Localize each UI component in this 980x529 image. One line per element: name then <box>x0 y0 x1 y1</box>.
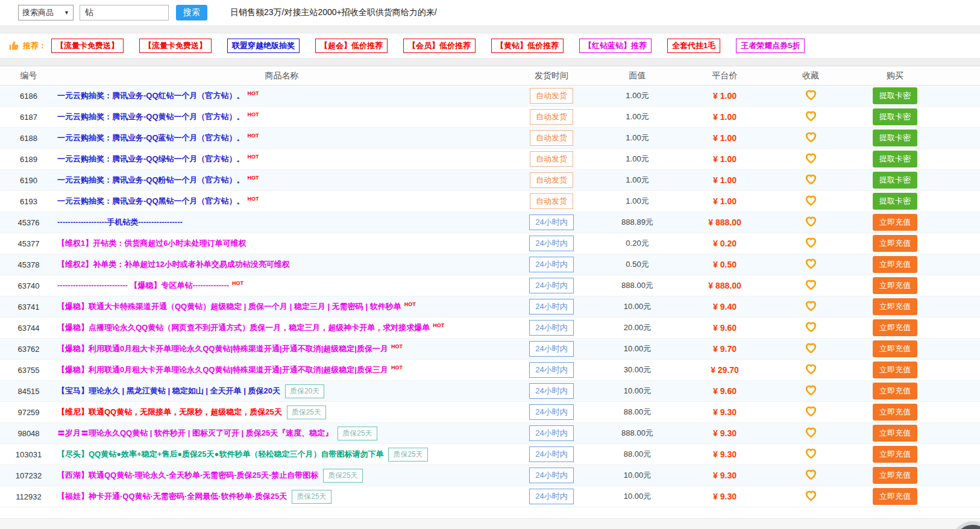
buy-button[interactable]: 立即充值 <box>873 214 917 231</box>
buy-button[interactable]: 提取卡密 <box>873 108 917 125</box>
promo-link[interactable]: 【流量卡免费送】 <box>51 39 124 53</box>
favorite-heart-icon[interactable] <box>805 364 817 374</box>
platform-price: ¥ 888.00 <box>678 275 771 296</box>
product-name-link[interactable]: -------------------手机钻类----------------- <box>57 218 183 227</box>
search-category-select[interactable]: 搜索商品 ▼ <box>18 5 74 20</box>
row-spacer <box>940 423 980 444</box>
promo-link[interactable]: 王者荣耀点券5折 <box>736 39 805 53</box>
buy-button[interactable]: 提取卡密 <box>873 130 917 146</box>
favorite-heart-icon[interactable] <box>805 406 817 416</box>
promo-link[interactable]: 【红钻蓝钻】推荐 <box>579 39 652 53</box>
promo-link[interactable]: 【流量卡免费送】 <box>139 39 212 53</box>
favorite-heart-icon[interactable] <box>805 90 817 100</box>
hot-badge: HOT <box>248 133 259 139</box>
favorite-heart-icon[interactable] <box>805 469 817 480</box>
product-name-link[interactable]: 一元云购抽奖：腾讯业务-QQ绿钻一个月（官方钻）。 <box>57 154 245 163</box>
platform-price: ¥ 1.00 <box>678 86 771 107</box>
ship-time-badge: 24小时内 <box>529 278 573 293</box>
favorite-heart-icon[interactable] <box>805 111 817 121</box>
buy-button[interactable]: 立即充值 <box>873 319 917 336</box>
buy-button[interactable]: 立即充值 <box>873 467 917 484</box>
product-name-cell: 【维权2】补单类：补单超过12小时或者补单交易成功钻没亮可维权 <box>57 254 506 275</box>
product-name-link[interactable]: 【维尼】联通QQ黄钻，无限接单，无限秒，超级稳定，质保25天 <box>57 407 282 416</box>
product-name-cell: 一元云购抽奖：腾讯业务-QQ绿钻一个月（官方钻）。HOT <box>57 149 506 170</box>
favorite-heart-icon[interactable] <box>805 195 817 205</box>
product-name-link[interactable]: 【尽头】QQ黄钻●效率+稳定+售后●质保25天●软件秒单（轻松稳定三个月）自带图… <box>57 449 383 459</box>
favorite-heart-icon[interactable] <box>805 216 817 227</box>
search-button[interactable]: 搜索 <box>176 5 207 20</box>
ship-time-badge: 自动发货 <box>530 172 573 188</box>
ship-time-badge: 24小时内 <box>529 489 573 504</box>
buy-button[interactable]: 提取卡密 <box>873 151 917 167</box>
row-spacer <box>940 170 980 191</box>
buy-button[interactable]: 立即充值 <box>873 340 917 357</box>
face-value: 1.00元 <box>597 107 678 128</box>
favorite-heart-icon[interactable] <box>805 237 817 248</box>
product-name-link[interactable]: 〓岁月〓理论永久QQ黄钻 | 软件秒开 | 图标灭了可开 | 质保25天『速度、… <box>57 428 333 437</box>
product-name-cell: 【福娃】神卡开通·QQ黄钻·无需密码·全网最低·软件秒单·质保25天质保25天 <box>57 486 506 507</box>
product-id: 6188 <box>0 128 57 149</box>
promo-link[interactable]: 【黄钻】低价推荐 <box>491 39 564 53</box>
search-category-label: 搜索商品 <box>22 7 54 18</box>
buy-button[interactable]: 立即充值 <box>873 277 917 294</box>
favorite-heart-icon[interactable] <box>805 490 817 501</box>
product-name-link[interactable]: 一元云购抽奖：腾讯业务-QQ红钻一个月（官方钻）。 <box>57 91 245 100</box>
buy-button[interactable]: 立即充值 <box>873 425 917 442</box>
ship-time-badge: 24小时内 <box>529 299 573 315</box>
product-name-link[interactable]: 一元云购抽奖：腾讯业务-QQ蓝钻一个月（官方钻）。 <box>57 133 245 142</box>
buy-button[interactable]: 立即充值 <box>873 298 917 315</box>
product-name-link[interactable]: 【爆稳】利用联通0月租大卡开单理论永久QQ黄钻|特殊渠道开通|开通不取消|超级稳… <box>57 344 388 353</box>
buy-button[interactable]: 立即充值 <box>873 256 917 273</box>
product-name-link[interactable]: 【福娃】神卡开通·QQ黄钻·无需密码·全网最低·软件秒单·质保25天 <box>57 492 287 501</box>
favorite-heart-icon[interactable] <box>805 280 817 290</box>
product-name-link[interactable]: 【爆稳】利用联通0月租大卡开单理论永久QQ黄钻|特殊渠道开通|开通不取消|超级稳… <box>57 365 388 374</box>
buy-button[interactable]: 立即充值 <box>873 383 917 399</box>
favorite-heart-icon[interactable] <box>805 301 817 311</box>
promo-link[interactable]: 【会员】低价推荐 <box>403 39 476 53</box>
product-id: 103031 <box>0 444 57 465</box>
buy-button[interactable]: 立即充值 <box>873 362 917 378</box>
platform-price: ¥ 0.20 <box>678 233 771 254</box>
favorite-heart-icon[interactable] <box>805 427 817 437</box>
favorite-heart-icon[interactable] <box>805 343 817 353</box>
buy-button[interactable]: 立即充值 <box>873 235 917 252</box>
promo-link[interactable]: 联盟穿越绝版抽奖 <box>227 39 300 53</box>
search-input[interactable] <box>80 5 169 20</box>
favorite-heart-icon[interactable] <box>805 322 817 332</box>
buy-button[interactable]: 提取卡密 <box>873 172 917 189</box>
favorite-heart-icon[interactable] <box>805 153 817 163</box>
row-spacer <box>940 339 980 360</box>
buy-button[interactable]: 提取卡密 <box>873 87 917 104</box>
favorite-heart-icon[interactable] <box>805 174 817 184</box>
product-id: 84515 <box>0 381 57 402</box>
product-name-link[interactable]: 一元云购抽奖：腾讯业务-QQ黑钻一个月（官方钻）。 <box>57 196 245 205</box>
favorite-heart-icon[interactable] <box>805 132 817 142</box>
product-name-link[interactable]: 【维权1】开钻类：供货商超过6小时未处理订单可维权 <box>57 239 246 248</box>
product-name-link[interactable]: 【爆稳】联通大卡特殊渠道开通（QQ黄钻）超级稳定 | 质保一个月 | 稳定三月 … <box>57 302 401 311</box>
favorite-heart-icon[interactable] <box>805 258 817 269</box>
favorite-heart-icon[interactable] <box>805 448 817 459</box>
product-id: 45377 <box>0 233 57 254</box>
promo-link[interactable]: 全套代挂1毛 <box>667 39 720 53</box>
buy-button[interactable]: 立即充值 <box>873 488 917 505</box>
ship-time-badge: 24小时内 <box>529 257 573 272</box>
product-name-link[interactable]: 一元云购抽奖：腾讯业务-QQ黄钻一个月（官方钻）。 <box>57 112 245 121</box>
product-name-link[interactable]: --------------------------- 【爆稳】专区单钻----… <box>57 281 229 290</box>
buy-button[interactable]: 立即充值 <box>873 446 917 463</box>
back-to-top-widget[interactable] <box>951 521 980 529</box>
product-name-link[interactable]: 【西湖】联通QQ黄钻-理论永久-全天秒单-无需密码-质保25天-禁止自带图标 <box>57 471 318 480</box>
favorite-heart-icon[interactable] <box>805 385 817 395</box>
platform-price: ¥ 9.30 <box>678 486 771 507</box>
promo-link[interactable]: 【超会】低价推荐 <box>315 39 388 53</box>
table-row: 6187 一元云购抽奖：腾讯业务-QQ黄钻一个月（官方钻）。HOT 自动发货 1… <box>0 107 980 128</box>
table-row: 6190 一元云购抽奖：腾讯业务-QQ粉钻一个月（官方钻）。HOT 自动发货 1… <box>0 170 980 191</box>
product-name-link[interactable]: 一元云购抽奖：腾讯业务-QQ粉钻一个月（官方钻）。 <box>57 175 245 184</box>
product-name-link[interactable]: 【宝马】理论永久 | 黑龙江黄钻 | 稳定如山 | 全天开单 | 质保20天 <box>57 386 280 395</box>
col-header-spacer <box>940 66 980 86</box>
product-name-link[interactable]: 【爆稳】点播理论永久QQ黄钻（网页查不到开通方式）质保一月，稳定三月，超级神卡开… <box>57 323 430 332</box>
row-spacer <box>940 254 980 275</box>
buy-button[interactable]: 立即充值 <box>873 404 917 421</box>
buy-button[interactable]: 提取卡密 <box>873 193 917 210</box>
product-name-link[interactable]: 【维权2】补单类：补单超过12小时或者补单交易成功钻没亮可维权 <box>57 260 290 269</box>
product-table: 编号 商品名称 发货时间 面值 平台价 收藏 购买 6186 一元云购抽奖：腾讯… <box>0 66 980 507</box>
